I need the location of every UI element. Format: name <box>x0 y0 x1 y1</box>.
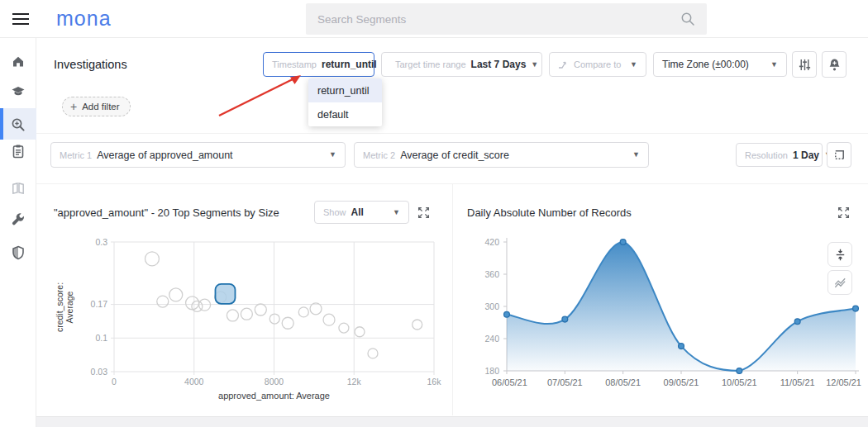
plus-icon: + <box>70 101 77 112</box>
caret-down-icon: ▼ <box>630 61 637 69</box>
svg-text:360: 360 <box>484 269 499 279</box>
svg-text:10/05/21: 10/05/21 <box>722 377 757 387</box>
caret-down-icon: ▼ <box>632 151 640 159</box>
metric2-value: Average of credit_score <box>400 149 509 161</box>
svg-text:06/05/21: 06/05/21 <box>492 377 527 387</box>
caret-down-icon: ▼ <box>770 61 778 69</box>
scatter-chart[interactable]: 04000800012k16k0.30.170.10.03approved_am… <box>50 233 446 413</box>
caret-down-icon: ▼ <box>393 209 400 216</box>
menu-option-return-until[interactable]: return_until <box>308 78 382 102</box>
svg-text:0.3: 0.3 <box>95 237 107 247</box>
sliders-tune-icon <box>798 58 812 72</box>
scatter-chart-title: "approved_amount" - 20 Top Segments by S… <box>54 206 279 219</box>
metric1-dropdown[interactable]: Metric 1 Average of approved_amount ▼ <box>50 142 346 168</box>
svg-text:08/05/21: 08/05/21 <box>605 377 641 387</box>
security-shield-icon[interactable] <box>11 245 26 260</box>
settings-wrench-icon[interactable] <box>11 212 26 227</box>
resolution-label: Resolution <box>745 150 788 160</box>
area-chart-title: Daily Absolute Number of Records <box>467 206 632 219</box>
stacked-lines-icon <box>833 276 847 290</box>
education-icon[interactable] <box>11 84 26 99</box>
advanced-settings-button[interactable] <box>792 51 817 78</box>
compare-to-label: Compare to <box>574 59 621 69</box>
select-region-button[interactable] <box>827 142 851 168</box>
investigate-search-icon[interactable] <box>11 117 26 132</box>
area-chart[interactable]: 18024030036042006/05/2107/05/2108/05/210… <box>463 233 861 413</box>
page-bottom-strip <box>0 416 868 427</box>
target-time-range-dropdown[interactable]: Target time range Last 7 Days ▼ <box>381 52 542 77</box>
show-dropdown[interactable]: Show All ▼ <box>314 201 409 224</box>
add-alert-button[interactable] <box>822 51 847 78</box>
timestamp-label: Timestamp <box>272 59 317 69</box>
svg-text:09/05/21: 09/05/21 <box>664 377 699 387</box>
menu-option-default[interactable]: default <box>308 102 382 126</box>
hamburger-menu-icon[interactable] <box>12 12 29 26</box>
caret-down-icon: ▼ <box>531 61 538 69</box>
target-time-range-value: Last 7 Days <box>471 59 527 70</box>
add-filter-button[interactable]: + Add filter <box>62 97 131 116</box>
svg-text:11/05/21: 11/05/21 <box>780 377 815 387</box>
fullscreen-icon[interactable] <box>417 206 431 220</box>
docs-book-icon[interactable] <box>11 181 26 196</box>
svg-text:240: 240 <box>484 334 499 344</box>
metric2-label: Metric 2 <box>363 150 395 160</box>
panel-divider <box>452 183 453 415</box>
main-content: Investigations Timestamp return_until ▲ … <box>36 38 868 416</box>
sidebar-nav <box>0 38 36 427</box>
svg-text:16k: 16k <box>427 377 442 387</box>
search-icon <box>680 12 695 26</box>
timestamp-dropdown[interactable]: Timestamp return_until ▲ <box>263 52 374 77</box>
fullscreen-icon[interactable] <box>837 206 851 220</box>
metric1-value: Average of approved_amount <box>97 149 232 161</box>
timestamp-options-menu: return_until default <box>308 78 382 126</box>
search-bar[interactable] <box>306 3 707 35</box>
show-label: Show <box>323 207 346 217</box>
svg-text:0.03: 0.03 <box>91 367 108 377</box>
timezone-value: Time Zone (±00:00) <box>662 59 749 70</box>
svg-text:4000: 4000 <box>184 377 204 387</box>
svg-text:07/05/21: 07/05/21 <box>547 377 583 387</box>
resolution-value: 1 Day <box>793 149 819 161</box>
timezone-dropdown[interactable]: Time Zone (±00:00) ▼ <box>653 52 787 77</box>
metric1-label: Metric 1 <box>60 150 92 160</box>
svg-text:credit_score:Average: credit_score:Average <box>55 282 74 332</box>
home-icon[interactable] <box>11 54 26 69</box>
divider <box>36 133 868 134</box>
show-value: All <box>351 206 364 218</box>
dashed-select-icon <box>832 148 847 162</box>
svg-text:420: 420 <box>484 237 499 247</box>
caret-down-icon: ▼ <box>329 151 336 159</box>
svg-text:300: 300 <box>484 301 499 311</box>
svg-text:0.1: 0.1 <box>95 333 107 343</box>
target-time-range-label: Target time range <box>395 59 466 69</box>
mona-logo[interactable]: mona <box>56 7 112 31</box>
top-bar: mona <box>0 0 868 38</box>
search-input[interactable] <box>317 13 680 26</box>
annotation-arrow <box>214 69 309 121</box>
compare-icon <box>558 59 569 70</box>
app-root: mona <box>0 0 868 427</box>
multi-line-view-button[interactable] <box>827 270 852 295</box>
svg-text:8000: 8000 <box>265 377 284 387</box>
add-filter-label: Add filter <box>82 102 119 111</box>
bell-plus-icon <box>827 58 842 72</box>
metric2-dropdown[interactable]: Metric 2 Average of credit_score ▼ <box>354 142 649 168</box>
svg-text:0: 0 <box>112 377 117 387</box>
resolution-dropdown[interactable]: Resolution 1 Day ▼ <box>736 143 823 167</box>
page-title: Investigations <box>54 58 127 71</box>
timestamp-value: return_until <box>322 59 377 70</box>
compare-to-dropdown[interactable]: Compare to ▼ <box>549 52 646 77</box>
svg-text:12/05/21: 12/05/21 <box>826 377 861 387</box>
merge-view-button[interactable] <box>827 242 852 267</box>
reports-clipboard-icon[interactable] <box>11 144 26 159</box>
svg-text:12k: 12k <box>347 377 362 387</box>
vertical-align-center-icon <box>833 248 847 262</box>
svg-text:180: 180 <box>484 366 499 376</box>
svg-text:0.17: 0.17 <box>91 299 108 309</box>
svg-text:approved_amount: Average: approved_amount: Average <box>218 391 330 401</box>
